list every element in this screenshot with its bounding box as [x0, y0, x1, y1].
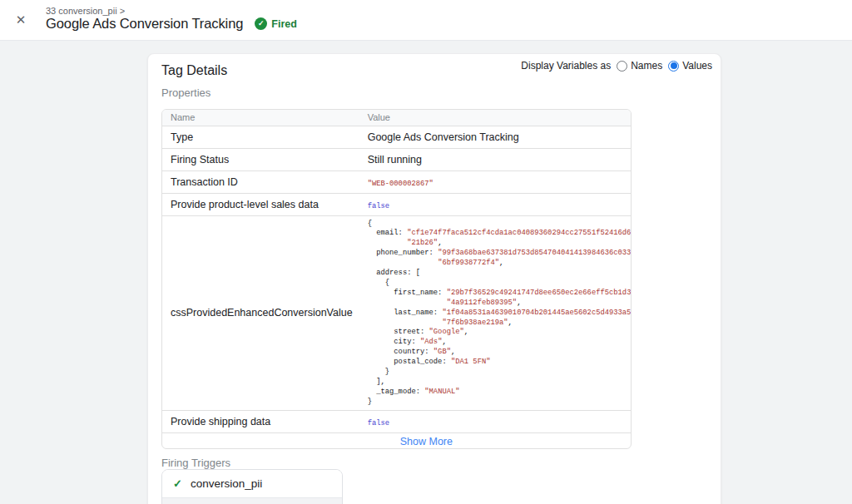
firing-triggers-section-label: Firing Triggers — [161, 457, 230, 469]
property-row: TypeGoogle Ads Conversion Tracking — [162, 126, 632, 148]
property-row: Provide product-level sales datafalse — [162, 193, 632, 215]
display-variables-label: Display Variables as — [521, 60, 611, 72]
check-icon: ✓ — [173, 477, 182, 490]
column-header-name: Name — [162, 110, 359, 126]
breadcrumb[interactable]: 33 conversion_pii > — [46, 6, 125, 16]
status-label: Fired — [271, 18, 297, 30]
property-row: Transaction ID"WEB-000002867" — [162, 170, 632, 193]
property-name: Provide product-level sales data — [162, 193, 359, 215]
tag-assistant-screen: ✕ 33 conversion_pii > Google Ads Convers… — [0, 0, 852, 504]
property-name: cssProvidedEnhancedConversionValue — [162, 215, 359, 410]
property-row: Provide shipping datafalse — [162, 410, 632, 432]
property-row: Firing StatusStill running — [162, 148, 632, 170]
property-value: { email: "cf1e74f7faca512cf4cda1ac040893… — [359, 215, 632, 410]
close-icon[interactable]: ✕ — [13, 12, 28, 27]
firing-triggers-card: ✓conversion_pii — [161, 469, 343, 504]
tag-details-panel: Tag Details Display Variables as NamesVa… — [147, 53, 721, 504]
radio-option-names[interactable]: Names — [617, 60, 662, 72]
property-name: Firing Status — [162, 148, 359, 170]
panel-title: Tag Details — [161, 63, 227, 78]
properties-table-body: TypeGoogle Ads Conversion TrackingFiring… — [162, 126, 632, 432]
property-name: Transaction ID — [162, 170, 359, 193]
top-bar: ✕ 33 conversion_pii > Google Ads Convers… — [0, 0, 852, 41]
display-variables-options: NamesValues — [617, 60, 712, 72]
table-header-row: Name Value — [162, 110, 632, 126]
radio-option-values[interactable]: Values — [668, 60, 712, 72]
trigger-filter-row — [162, 497, 342, 504]
property-value: Still running — [359, 148, 632, 170]
column-header-value: Value — [359, 110, 632, 126]
status-badge: ✓ Fired — [255, 17, 297, 30]
property-name: Type — [162, 126, 359, 148]
show-more-link[interactable]: Show More — [400, 436, 453, 447]
property-row: cssProvidedEnhancedConversionValue{ emai… — [162, 215, 632, 410]
code-block: { email: "cf1e74f7faca512cf4cda1ac040893… — [368, 220, 632, 408]
property-value: "WEB-000002867" — [359, 170, 632, 193]
fired-check-icon: ✓ — [255, 17, 267, 30]
radio-icon — [617, 61, 627, 72]
display-variables-toggle: Display Variables as NamesValues — [521, 60, 712, 72]
trigger-item[interactable]: ✓conversion_pii — [162, 470, 342, 497]
radio-icon — [668, 61, 679, 72]
property-value: Google Ads Conversion Tracking — [359, 126, 632, 148]
properties-table: Name Value TypeGoogle Ads Conversion Tra… — [161, 109, 632, 449]
radio-label: Values — [682, 60, 712, 72]
radio-label: Names — [631, 60, 662, 72]
properties-section-label: Properties — [161, 86, 211, 99]
show-more-row: Show More — [162, 432, 632, 448]
title-row: Google Ads Conversion Tracking ✓ Fired — [46, 16, 297, 32]
trigger-label: conversion_pii — [191, 477, 262, 490]
property-value: false — [359, 193, 632, 215]
property-name: Provide shipping data — [162, 410, 359, 432]
page-title: Google Ads Conversion Tracking — [46, 16, 243, 32]
firing-triggers-list: ✓conversion_pii — [162, 470, 342, 497]
property-value: false — [359, 410, 632, 432]
